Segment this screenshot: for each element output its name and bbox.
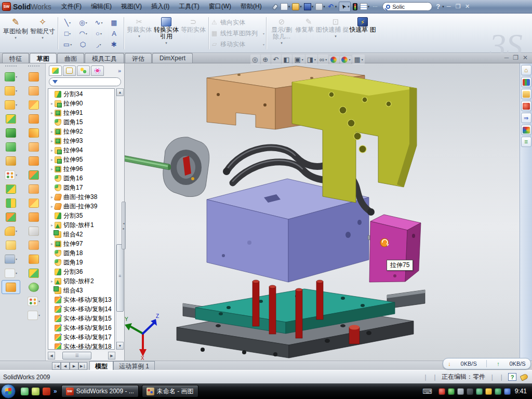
quick-tool-button[interactable]: ⋯ — [371, 2, 379, 12]
tree-item[interactable]: ▸ 切除-放样1 — [48, 220, 114, 230]
boundary-boss-icon[interactable] — [6, 142, 16, 152]
offset-surface-icon[interactable] — [29, 255, 39, 264]
ribbon-tab[interactable]: 评估 — [125, 53, 152, 63]
expander-icon[interactable]: ▸ — [49, 167, 55, 171]
tree-item[interactable]: ▸ 切除-放样2 — [48, 276, 114, 286]
dropdown-caret-icon[interactable]: ▾ — [38, 313, 40, 317]
sphere-quicklaunch-icon[interactable] — [32, 388, 39, 395]
messenger-quicklaunch-icon[interactable] — [21, 388, 29, 395]
tree-item[interactable]: ▸ 拉伸93 — [48, 136, 114, 145]
dropdown-caret-icon[interactable]: ▾ — [138, 34, 140, 38]
dropdown-caret-icon[interactable]: ▾ — [16, 103, 17, 107]
menu-item[interactable]: 编辑(E) — [86, 0, 116, 13]
scrollbar-thumb[interactable] — [62, 352, 91, 360]
swept-boss-icon[interactable] — [6, 114, 16, 124]
dropdown-caret-icon[interactable]: ▾ — [16, 89, 17, 92]
ribbon-tab[interactable]: 草图 — [30, 53, 57, 63]
antivirus-shield-tray-icon[interactable] — [448, 388, 455, 395]
minimize-button[interactable]: ─ — [444, 3, 454, 10]
scroll-down-arrow[interactable]: ▼ — [116, 342, 124, 350]
tree-item[interactable]: 实体-移动/复制13 — [48, 295, 114, 304]
tree-item[interactable]: 实体-移动/复制16 — [48, 323, 114, 332]
tree-item[interactable]: ▸ 曲面-拉伸38 — [48, 192, 114, 202]
tree-item[interactable]: 组合43 — [48, 286, 114, 295]
panel-overflow-chevron[interactable]: » — [118, 68, 122, 74]
quick-tool-button[interactable]: ↶ ▾ — [327, 2, 337, 12]
dropdown-caret-icon[interactable]: ▾ — [300, 5, 302, 9]
dropdown-caret-icon[interactable]: ▾ — [69, 32, 71, 35]
thicken-icon[interactable] — [29, 241, 39, 250]
expander-icon[interactable]: ▸ — [49, 111, 55, 115]
dropdown-caret-icon[interactable]: ▾ — [15, 36, 17, 40]
flex-icon[interactable] — [29, 128, 39, 138]
reference-geometry-icon[interactable] — [5, 255, 15, 264]
repair-sketch-button[interactable]: ✎ 修复草 图 — [295, 15, 322, 51]
solidworks-quicklaunch-icon[interactable] — [43, 388, 50, 395]
expander-icon[interactable]: ▸ — [49, 101, 55, 106]
expander-icon[interactable]: ▸ — [49, 157, 55, 162]
expander-icon[interactable]: ▸ — [49, 279, 55, 284]
close-button[interactable]: ✕ — [463, 3, 472, 10]
ribbon-tab[interactable]: 曲面 — [57, 53, 84, 63]
quick-snaps-button[interactable]: ⊡ 快速捕 捉 ▾ — [322, 15, 349, 51]
scrollbar-thumb[interactable] — [116, 244, 124, 312]
tree-item[interactable]: ▸ 拉伸94 — [48, 145, 114, 155]
offset-entities-button[interactable]: ⊃ 等距实体 — [180, 15, 207, 51]
dropdown-caret-icon[interactable]: ▾ — [312, 5, 314, 9]
polygon-tool-icon[interactable]: ⬡ — [75, 39, 91, 50]
dropdown-caret-icon[interactable]: ▾ — [16, 257, 17, 261]
rectangle-tool-icon[interactable]: □ ▾ — [60, 28, 75, 39]
firewall-shield-tray-icon[interactable] — [495, 388, 501, 395]
expander-icon[interactable]: ▸ — [49, 242, 55, 246]
quick-launch-overflow-chevron[interactable]: » — [54, 388, 57, 395]
quick-tool-button[interactable]: ▾ — [360, 2, 370, 12]
fillet-icon[interactable] — [5, 100, 15, 110]
linear-sketch-pattern-button[interactable]: ▦ 线性草图阵列 ▾ — [210, 29, 264, 38]
help-button[interactable]: ? — [436, 3, 440, 10]
dropdown-caret-icon[interactable]: ▾ — [86, 21, 87, 24]
quick-tool-button[interactable]: ▾ — [304, 2, 314, 12]
extruded-boss-icon[interactable] — [5, 72, 15, 82]
tree-item[interactable]: 圆角18 — [48, 248, 114, 258]
line-tool-icon[interactable]: ╲ ▾ — [60, 17, 75, 28]
toolbar-grip[interactable] — [28, 65, 39, 68]
dropdown-caret-icon[interactable]: ▾ — [325, 58, 327, 61]
doc-close-button[interactable]: ✕ — [523, 54, 528, 62]
tree-horizontal-scrollbar[interactable]: ◀ ▶ — [48, 352, 115, 360]
dropdown-caret-icon[interactable]: ▾ — [288, 5, 290, 9]
knit-surface-icon[interactable] — [29, 212, 39, 222]
sketch-button[interactable]: ✎ 草图绘制 ▾ — [2, 15, 29, 51]
move-copy-body-icon[interactable] — [6, 212, 16, 222]
quick-tool-button[interactable] — [271, 2, 278, 12]
dropdown-caret-icon[interactable]: ▾ — [323, 5, 325, 9]
replace-face-icon[interactable] — [29, 269, 39, 278]
tree-item[interactable]: ▸ 拉伸90 — [48, 99, 114, 108]
draft-icon[interactable] — [6, 156, 16, 166]
dropdown-caret-icon[interactable]: ▾ — [368, 5, 370, 9]
rapid-sketch-button[interactable]: ⚡ 快速草 图 — [349, 15, 376, 51]
extruded-cut-icon[interactable] — [5, 86, 15, 96]
dropdown-caret-icon[interactable]: ▾ — [281, 41, 283, 45]
ribbon-tab[interactable]: 模具工具 — [85, 53, 124, 63]
instant3d-icon[interactable] — [6, 283, 16, 292]
scroll-up-arrow[interactable]: ▲ — [116, 88, 124, 96]
swept-surface-icon[interactable] — [29, 100, 39, 110]
sync-blocked-tray-icon[interactable] — [504, 388, 511, 395]
deform-icon[interactable] — [29, 142, 39, 152]
study-nav-button[interactable]: ▶ — [70, 362, 78, 370]
dropdown-caret-icon[interactable]: ▾ — [100, 43, 101, 46]
dropdown-caret-icon[interactable]: ▾ — [349, 58, 350, 61]
warning-tray-icon[interactable] — [485, 388, 492, 395]
model-tab[interactable]: 运动算例 1 — [113, 361, 155, 370]
dropdown-caret-icon[interactable]: ▾ — [38, 299, 40, 303]
sketch-text-tool-icon[interactable]: A — [107, 28, 122, 39]
dome-icon[interactable] — [29, 283, 39, 292]
dropdown-caret-icon[interactable]: ▾ — [16, 173, 17, 177]
volume-tray-icon[interactable] — [467, 388, 473, 395]
dropdown-caret-icon[interactable]: ▾ — [314, 58, 316, 61]
quick-tool-button[interactable]: ➤ ▾ — [339, 2, 351, 12]
part-red-cylinder[interactable] — [349, 325, 360, 344]
graphics-viewport[interactable]: X Y Z — [125, 63, 520, 361]
select-box-tool-icon[interactable]: ▦ — [107, 17, 122, 28]
keyboard-layout-icon[interactable]: ⌨ — [422, 388, 432, 395]
